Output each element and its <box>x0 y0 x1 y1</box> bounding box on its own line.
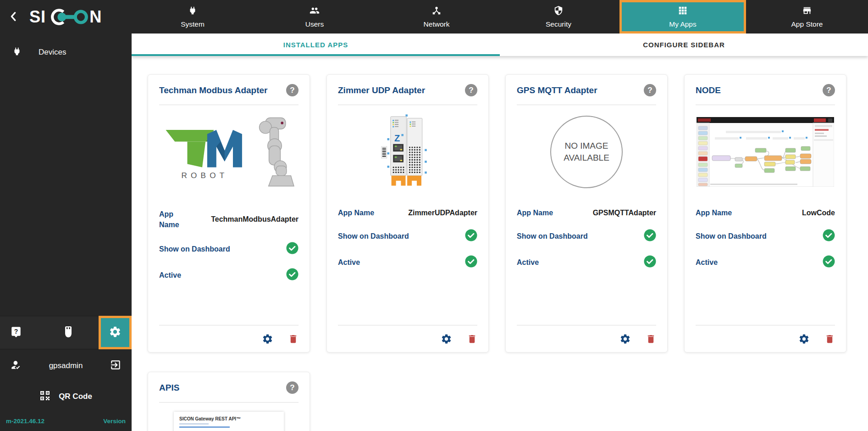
network-hub-icon <box>431 6 442 17</box>
power-plug-icon <box>188 6 198 17</box>
app-name-label: App Name <box>338 209 374 217</box>
app-name-label: App Name <box>517 209 553 217</box>
no-image-placeholder: NO IMAGE AVAILABLE <box>550 116 623 188</box>
app-cards-row: Techman Modbus Adapter ? ROBOT <box>132 56 868 353</box>
username-label: gpsadmin <box>22 361 110 370</box>
app-card-techman: Techman Modbus Adapter ? ROBOT <box>148 74 310 353</box>
check-circle-icon <box>823 229 835 243</box>
tab-configure-sidebar[interactable]: CONFIGURE SIDEBAR <box>500 34 868 56</box>
nav-item-system[interactable]: System <box>132 0 254 34</box>
logout-button[interactable] <box>110 359 122 373</box>
settings-button-highlighted[interactable] <box>99 316 132 349</box>
show-on-dashboard-label: Show on Dashboard <box>338 232 409 241</box>
app-name-label: App Name <box>159 209 185 230</box>
user-row: gpsadmin <box>0 349 132 382</box>
nav-item-network[interactable]: Network <box>376 0 498 34</box>
app-card-gps-mqtt: GPS MQTT Adapter ? NO IMAGE AVAILABLE Ap… <box>505 74 668 353</box>
installed-apps-panel: Techman Modbus Adapter ? ROBOT <box>132 56 868 431</box>
app-settings-button[interactable] <box>619 333 631 345</box>
tab-label: INSTALLED APPS <box>283 41 348 49</box>
tab-label: CONFIGURE SIDEBAR <box>643 41 725 49</box>
active-label: Active <box>338 258 360 267</box>
zimmer-device-image: Z <box>338 105 477 199</box>
help-icon[interactable]: ? <box>286 84 299 96</box>
users-icon <box>309 6 321 17</box>
top-navigation: System Users Network Security My Apps Ap… <box>132 0 868 34</box>
nav-item-users[interactable]: Users <box>254 0 376 34</box>
nav-label: App Store <box>791 20 823 28</box>
apps-tabbar: INSTALLED APPS CONFIGURE SIDEBAR <box>132 34 868 56</box>
app-delete-button[interactable] <box>288 334 299 344</box>
show-on-dashboard-label: Show on Dashboard <box>696 232 767 241</box>
doc-link-line <box>179 426 230 428</box>
app-delete-button[interactable] <box>467 334 477 344</box>
help-icon[interactable]: ? <box>823 84 835 96</box>
show-on-dashboard-label: Show on Dashboard <box>159 245 230 253</box>
qr-code-button[interactable]: QR Code <box>0 382 132 411</box>
help-icon[interactable]: ? <box>644 84 656 96</box>
nav-label: Security <box>546 20 571 28</box>
svg-text:Z: Z <box>394 133 400 143</box>
tm-robot-logo: ROBOT <box>163 118 250 186</box>
check-circle-icon <box>465 229 477 243</box>
svg-text:N: N <box>89 7 101 26</box>
check-circle-icon <box>286 242 299 256</box>
apps-grid-icon <box>678 6 688 17</box>
svg-text:?: ? <box>14 327 18 335</box>
app-card-node: NODE ? <box>684 74 846 353</box>
app-card-apis: APIS ? SICON Gateway REST API™ <box>148 372 310 431</box>
sidebar-quick-icons: ? <box>0 316 132 349</box>
active-label: Active <box>696 258 718 267</box>
nav-label: My Apps <box>669 20 696 28</box>
techman-app-image: ROBOT <box>159 105 299 199</box>
app-settings-button[interactable] <box>441 333 452 345</box>
nav-label: Users <box>305 20 324 28</box>
sidebar-footer: ? gpsadm <box>0 316 132 431</box>
nav-item-app-store[interactable]: App Store <box>746 0 868 34</box>
back-button[interactable] <box>6 9 22 25</box>
logout-icon <box>110 359 122 373</box>
show-on-dashboard-label: Show on Dashboard <box>517 232 588 241</box>
usb-plug-icon <box>63 326 73 340</box>
nav-label: System <box>181 20 205 28</box>
active-label: Active <box>159 271 181 280</box>
nav-item-security[interactable]: Security <box>498 0 619 34</box>
app-settings-button[interactable] <box>262 333 273 345</box>
help-icon[interactable]: ? <box>286 381 299 394</box>
shield-icon <box>553 6 564 17</box>
app-delete-button[interactable] <box>646 334 656 344</box>
card-title: Zimmer UDP Adapter <box>338 85 425 95</box>
app-name-value: ZimmerUDPAdapter <box>408 209 477 217</box>
app-name-value: GPSMQTTAdapter <box>593 209 656 217</box>
card-title: NODE <box>696 85 721 95</box>
check-circle-icon <box>823 255 835 269</box>
help-icon[interactable]: ? <box>465 84 477 96</box>
node-red-flow-image <box>696 105 835 199</box>
nav-item-my-apps[interactable]: My Apps <box>619 0 746 34</box>
app-name-label: App Name <box>696 209 732 217</box>
card-title: GPS MQTT Adapter <box>517 85 597 95</box>
sicon-logo: SI N <box>22 7 126 27</box>
chevron-left-icon <box>9 10 19 24</box>
apis-doc-image: SICON Gateway REST API™ <box>159 403 299 431</box>
help-bubble-icon: ? <box>10 326 22 340</box>
tab-installed-apps[interactable]: INSTALLED APPS <box>132 34 500 56</box>
sidebar-item-devices[interactable]: Devices <box>0 40 132 65</box>
check-circle-icon <box>465 255 477 269</box>
qr-code-icon <box>39 390 50 403</box>
card-title: APIS <box>159 383 179 393</box>
app-settings-button[interactable] <box>798 333 810 345</box>
svg-text:SI: SI <box>29 7 46 26</box>
active-label: Active <box>517 258 539 267</box>
check-circle-icon <box>644 229 656 243</box>
app-delete-button[interactable] <box>824 334 835 344</box>
check-circle-icon <box>644 255 656 269</box>
app-cards-row-2: APIS ? SICON Gateway REST API™ <box>132 353 868 431</box>
sidebar: SI N Devices ? <box>0 0 132 431</box>
gear-icon <box>109 325 122 340</box>
help-bubble-button[interactable]: ? <box>9 326 23 340</box>
qr-code-label: QR Code <box>59 392 92 401</box>
usb-device-button[interactable] <box>61 326 75 340</box>
nav-label: Network <box>424 20 450 28</box>
doc-line <box>179 423 209 425</box>
